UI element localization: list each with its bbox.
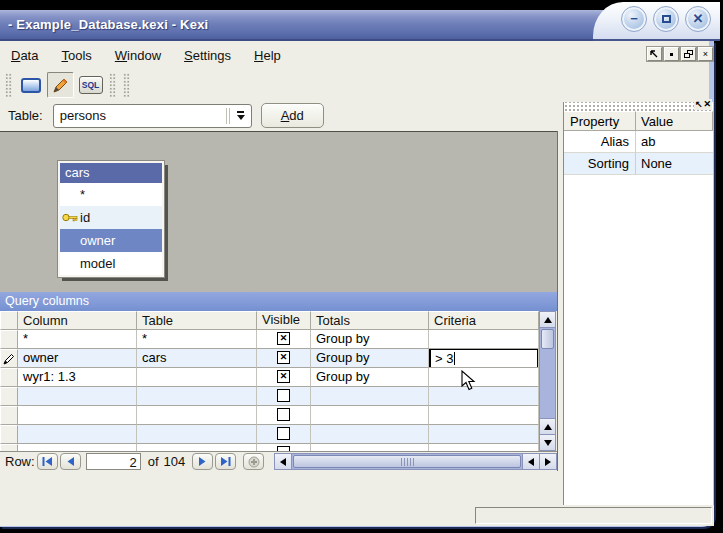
cell-visible[interactable]: ✕ bbox=[257, 368, 311, 387]
field-row-owner[interactable]: owner bbox=[60, 229, 162, 252]
cell-criteria[interactable] bbox=[429, 330, 539, 349]
table-widget-cars[interactable]: cars * id owner model bbox=[58, 161, 164, 277]
vertical-scrollbar[interactable] bbox=[539, 311, 556, 451]
add-row-button[interactable] bbox=[243, 453, 264, 470]
cell-column[interactable] bbox=[18, 387, 137, 406]
row-number-input[interactable]: 2 bbox=[86, 453, 141, 470]
sql-view-button[interactable]: SQL bbox=[77, 72, 104, 98]
property-header[interactable]: Property bbox=[564, 111, 636, 131]
visible-checkbox[interactable]: ✕ bbox=[277, 332, 290, 345]
row-header[interactable] bbox=[0, 425, 18, 444]
add-button[interactable]: Add bbox=[261, 103, 324, 128]
cell-column[interactable] bbox=[18, 406, 137, 425]
panel-close-button[interactable]: ✕ bbox=[703, 99, 711, 110]
property-row-alias[interactable]: Alias ab bbox=[564, 131, 713, 153]
column-header-criteria[interactable]: Criteria bbox=[429, 311, 539, 330]
cell-visible[interactable] bbox=[257, 406, 311, 425]
cell-criteria[interactable]: > 3 bbox=[429, 349, 539, 368]
cell-table[interactable]: cars bbox=[137, 349, 257, 368]
cell-totals[interactable]: Group by bbox=[311, 368, 429, 387]
cell-visible[interactable] bbox=[257, 387, 311, 406]
cell-visible[interactable] bbox=[257, 444, 311, 451]
property-value[interactable]: None bbox=[636, 153, 713, 175]
column-header-column[interactable]: Column bbox=[18, 311, 137, 330]
visible-checkbox[interactable]: ✕ bbox=[277, 351, 290, 364]
cell-column[interactable]: * bbox=[18, 330, 137, 349]
cell-table[interactable] bbox=[137, 368, 257, 387]
cell-totals[interactable]: Group by bbox=[311, 349, 429, 368]
vertical-scroll-thumb[interactable] bbox=[541, 329, 554, 349]
cell-column[interactable]: owner bbox=[18, 349, 137, 368]
row-header[interactable] bbox=[0, 444, 18, 451]
cell-criteria[interactable] bbox=[429, 406, 539, 425]
visible-checkbox[interactable]: ✕ bbox=[277, 370, 290, 383]
cell-table[interactable]: * bbox=[137, 330, 257, 349]
cell-totals[interactable] bbox=[311, 444, 429, 451]
mdi-close-button[interactable]: × bbox=[698, 47, 713, 61]
row-header[interactable] bbox=[0, 387, 18, 406]
cell-totals[interactable] bbox=[311, 425, 429, 444]
cell-criteria[interactable] bbox=[429, 387, 539, 406]
row-header[interactable] bbox=[0, 330, 18, 349]
cell-visible[interactable]: ✕ bbox=[257, 349, 311, 368]
last-row-button[interactable] bbox=[215, 453, 236, 470]
field-row-id[interactable]: id bbox=[60, 206, 162, 229]
vertical-scroll-track[interactable] bbox=[540, 350, 555, 418]
visible-checkbox[interactable] bbox=[277, 427, 290, 440]
row-header-editing[interactable] bbox=[0, 349, 18, 368]
scroll-up-button[interactable] bbox=[540, 312, 555, 328]
column-header-table[interactable]: Table bbox=[137, 311, 257, 330]
field-row-model[interactable]: model bbox=[60, 252, 162, 275]
toolbar-handle-3[interactable] bbox=[123, 73, 130, 97]
data-view-button[interactable] bbox=[17, 72, 44, 98]
horizontal-scroll-thumb[interactable] bbox=[293, 455, 521, 468]
property-value[interactable]: ab bbox=[636, 131, 713, 153]
value-header[interactable]: Value bbox=[636, 111, 713, 131]
menu-item-settings[interactable]: Settings bbox=[181, 46, 234, 65]
cell-visible[interactable] bbox=[257, 425, 311, 444]
row-header[interactable] bbox=[0, 406, 18, 425]
cell-table[interactable] bbox=[137, 387, 257, 406]
column-header-visible[interactable]: Visible bbox=[257, 311, 311, 330]
previous-row-button[interactable] bbox=[60, 453, 81, 470]
cell-totals[interactable]: Group by bbox=[311, 330, 429, 349]
minimize-button[interactable]: − bbox=[622, 7, 646, 31]
cell-totals[interactable] bbox=[311, 406, 429, 425]
row-header[interactable] bbox=[0, 368, 18, 387]
property-row-sorting[interactable]: Sorting None bbox=[564, 153, 713, 175]
cell-table[interactable] bbox=[137, 406, 257, 425]
next-row-button[interactable] bbox=[192, 453, 213, 470]
cell-table[interactable] bbox=[137, 425, 257, 444]
scroll-left-button-2[interactable] bbox=[522, 454, 539, 469]
relation-area[interactable]: cars * id owner model bbox=[0, 131, 557, 292]
cell-visible[interactable]: ✕ bbox=[257, 330, 311, 349]
visible-checkbox[interactable] bbox=[277, 408, 290, 421]
scroll-right-button[interactable] bbox=[539, 454, 556, 469]
combo-dropdown-icon[interactable] bbox=[231, 111, 251, 120]
cell-criteria[interactable] bbox=[429, 368, 539, 387]
cell-column[interactable] bbox=[18, 425, 137, 444]
field-row-star[interactable]: * bbox=[60, 183, 162, 206]
table-combobox[interactable]: persons bbox=[53, 104, 252, 128]
cell-criteria[interactable] bbox=[429, 425, 539, 444]
cell-column[interactable]: wyr1: 1.3 bbox=[18, 368, 137, 387]
mdi-dot-button[interactable] bbox=[664, 47, 679, 61]
menu-item-help[interactable]: Help bbox=[251, 46, 284, 65]
design-view-button[interactable] bbox=[47, 72, 74, 98]
menu-item-window[interactable]: Window bbox=[112, 46, 164, 65]
menu-item-tools[interactable]: Tools bbox=[58, 46, 94, 65]
scroll-up-button-2[interactable] bbox=[540, 418, 555, 434]
scroll-down-button[interactable] bbox=[540, 434, 555, 450]
cell-column[interactable] bbox=[18, 444, 137, 451]
cell-totals[interactable] bbox=[311, 387, 429, 406]
cell-criteria[interactable] bbox=[429, 444, 539, 451]
menu-item-data[interactable]: Data bbox=[8, 46, 41, 65]
toolbar-handle-2[interactable] bbox=[109, 73, 116, 97]
table-widget-title[interactable]: cars bbox=[60, 163, 162, 183]
visible-checkbox[interactable] bbox=[277, 389, 290, 402]
criteria-editor[interactable]: > 3 bbox=[429, 349, 539, 368]
mdi-undock-button[interactable] bbox=[647, 47, 662, 61]
scroll-left-button[interactable] bbox=[275, 454, 292, 469]
mdi-restore-button[interactable] bbox=[681, 47, 696, 61]
panel-drag-handle[interactable]: ↖ ✕ bbox=[564, 102, 713, 111]
